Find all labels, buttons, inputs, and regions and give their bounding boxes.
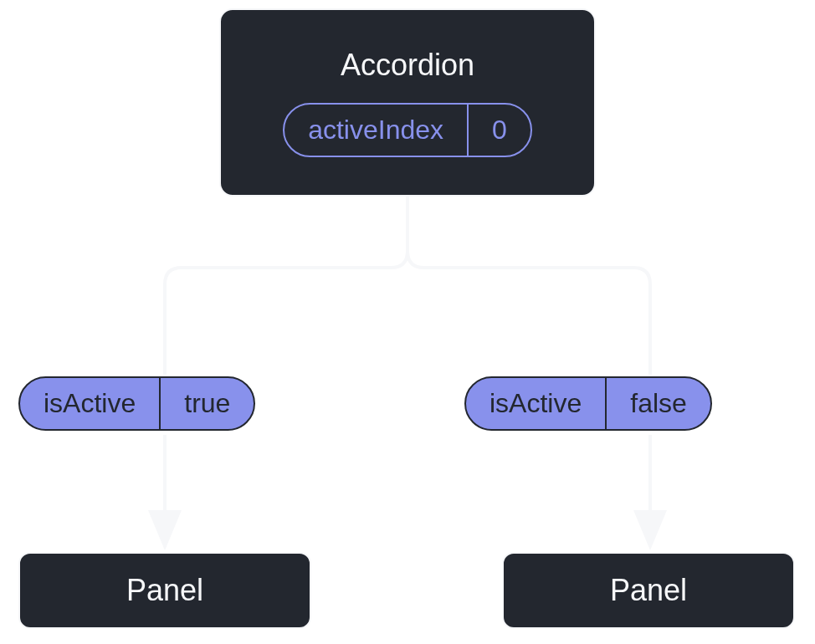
state-value: 0 (469, 105, 531, 156)
prop-badge-right: isActive false (464, 376, 712, 431)
child-component-node-left: Panel (18, 552, 311, 629)
child-component-label: Panel (126, 573, 203, 608)
prop-value: false (607, 378, 710, 429)
prop-value: true (161, 378, 254, 429)
component-tree-diagram: Accordion activeIndex 0 isActive true is… (0, 0, 815, 644)
parent-component-node: Accordion activeIndex 0 (219, 8, 596, 197)
prop-key: isActive (20, 378, 161, 429)
child-component-label: Panel (610, 573, 687, 608)
state-key: activeIndex (284, 105, 469, 156)
parent-component-label: Accordion (341, 48, 474, 83)
prop-badge-left: isActive true (18, 376, 255, 431)
child-component-node-right: Panel (502, 552, 795, 629)
state-badge: activeIndex 0 (283, 103, 532, 157)
prop-key: isActive (466, 378, 607, 429)
